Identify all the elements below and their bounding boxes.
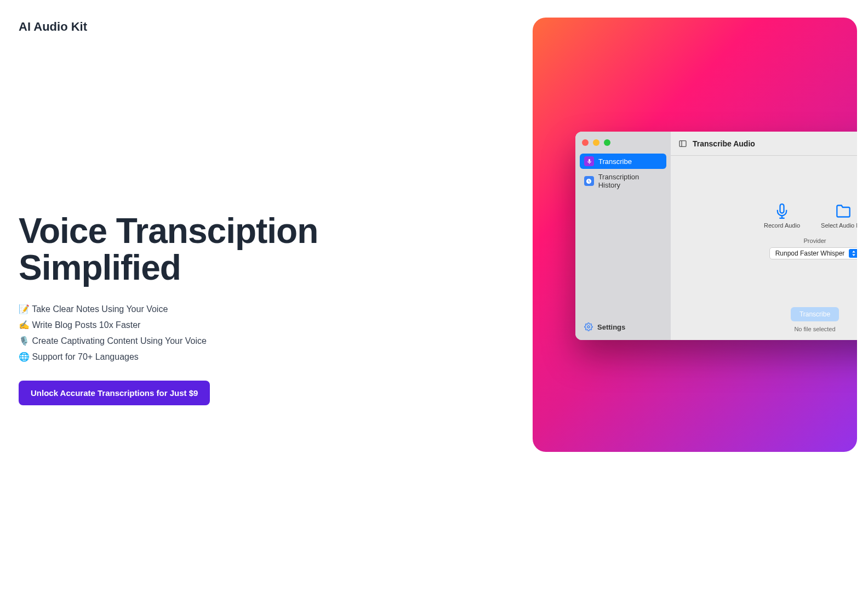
showcase-panel: Transcribe Transcription History Setting…: [533, 18, 857, 452]
app-titlebar: Transcribe Audio: [671, 132, 857, 156]
gear-icon: [584, 322, 593, 331]
app-sidebar: Transcribe Transcription History Setting…: [575, 132, 671, 340]
app-main: Transcribe Audio Record Audio Select Aud…: [671, 132, 857, 340]
app-window: Transcribe Transcription History Setting…: [575, 132, 857, 340]
provider-label: Provider: [804, 237, 826, 244]
sidebar-label: Transcription History: [598, 173, 662, 189]
window-controls[interactable]: [580, 137, 666, 154]
maximize-icon[interactable]: [604, 139, 610, 146]
feature-item: 🎙️ Create Captivating Content Using Your…: [19, 333, 358, 349]
no-file-label: No file selected: [794, 326, 835, 332]
sidebar-item-settings[interactable]: Settings: [580, 319, 666, 335]
record-audio-button[interactable]: Record Audio: [764, 203, 800, 229]
action-label: Select Audio File: [821, 222, 857, 229]
folder-icon: [836, 203, 851, 219]
minimize-icon[interactable]: [593, 139, 599, 146]
svg-point-0: [587, 326, 590, 328]
select-file-button[interactable]: Select Audio File: [821, 203, 857, 229]
action-label: Record Audio: [764, 222, 800, 229]
mic-icon: [774, 203, 790, 219]
chevron-updown-icon: [849, 249, 857, 258]
sidebar-item-transcribe[interactable]: Transcribe: [580, 154, 666, 169]
app-footer: Transcribe No file selected: [671, 307, 857, 340]
feature-item: 📝 Take Clear Notes Using Your Voice: [19, 302, 358, 318]
mic-icon: [584, 156, 594, 166]
transcribe-button[interactable]: Transcribe: [791, 307, 839, 321]
settings-label: Settings: [597, 323, 625, 331]
sidebar-label: Transcribe: [598, 157, 632, 166]
feature-item: 🌐 Support for 70+ Languages: [19, 349, 358, 365]
svg-rect-1: [679, 140, 686, 146]
clock-icon: [584, 176, 594, 186]
app-body: Record Audio Select Audio File Provider …: [671, 156, 857, 307]
brand-logo: AI Audio Kit: [19, 20, 87, 34]
feature-list: 📝 Take Clear Notes Using Your Voice ✍️ W…: [19, 302, 358, 365]
cta-button[interactable]: Unlock Accurate Transcriptions for Just …: [19, 381, 210, 405]
sidebar-item-history[interactable]: Transcription History: [580, 170, 666, 192]
headline: Voice Transciption Simplified: [19, 213, 358, 286]
close-icon[interactable]: [582, 139, 589, 146]
feature-item: ✍️ Write Blog Posts 10x Faster: [19, 318, 358, 333]
provider-value: Runpod Faster Whisper: [775, 250, 845, 257]
window-title: Transcribe Audio: [693, 139, 755, 148]
hero-section: Voice Transciption Simplified 📝 Take Cle…: [19, 213, 358, 405]
provider-select[interactable]: Runpod Faster Whisper: [769, 247, 857, 259]
sidebar-toggle-icon[interactable]: [678, 139, 687, 148]
